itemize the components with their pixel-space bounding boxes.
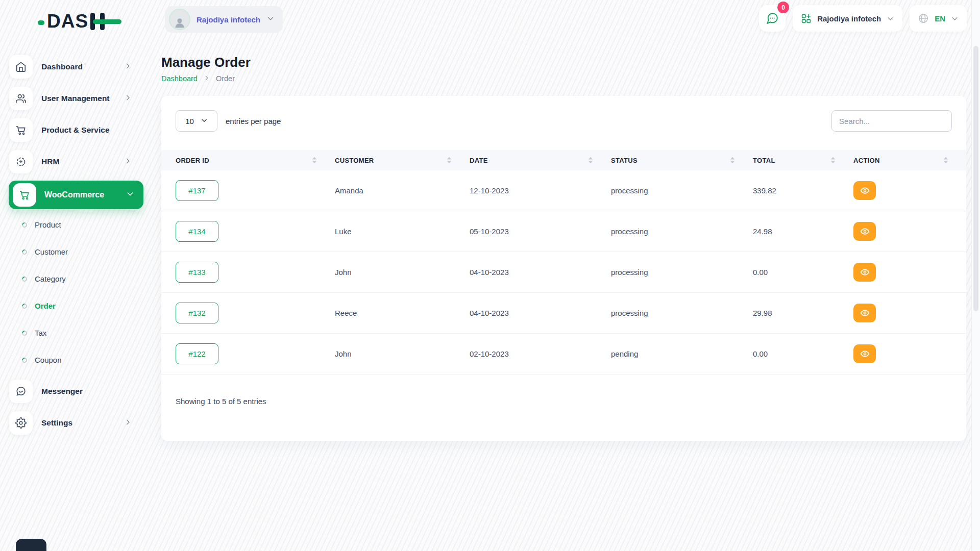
sidebar-item-settings[interactable]: Settings bbox=[0, 407, 145, 439]
sidebar-subitem-label: Customer bbox=[35, 247, 68, 256]
chevron-down-icon bbox=[126, 190, 134, 198]
total-cell: 0.00 bbox=[753, 349, 768, 358]
total-cell: 24.98 bbox=[753, 227, 772, 236]
sidebar-subitem-order[interactable]: Order bbox=[22, 292, 145, 319]
customer-cell: Reece bbox=[335, 309, 357, 317]
sidebar-item-woocommerce[interactable]: WooCommerce bbox=[9, 181, 143, 209]
view-order-button[interactable] bbox=[853, 344, 876, 363]
orders-card: 10 entries per page ORDER IDCUSTOMERDATE… bbox=[161, 96, 966, 441]
sidebar-item-messenger[interactable]: Messenger bbox=[0, 375, 145, 407]
sidebar-item-label: Product & Service bbox=[41, 126, 110, 135]
sidebar-subitem-label: Category bbox=[35, 274, 66, 283]
column-header-order-id[interactable]: ORDER ID bbox=[161, 150, 335, 170]
column-header-action[interactable]: ACTION bbox=[853, 150, 966, 170]
home-icon bbox=[9, 55, 33, 79]
eye-icon bbox=[860, 186, 870, 195]
breadcrumb-dashboard-link[interactable]: Dashboard bbox=[161, 74, 198, 83]
table-row: #132Reece04-10-2023processing29.98 bbox=[161, 293, 966, 334]
date-cell: 04-10-2023 bbox=[470, 309, 509, 317]
chevron-down-icon bbox=[201, 117, 208, 124]
sort-icon bbox=[589, 157, 593, 164]
sidebar-item-user-management[interactable]: User Management bbox=[0, 83, 145, 114]
chevron-right-icon bbox=[124, 418, 132, 426]
total-cell: 29.98 bbox=[753, 309, 772, 317]
sidebar-item-label: HRM bbox=[41, 157, 59, 166]
table-row: #137Amanda12-10-2023processing339.82 bbox=[161, 170, 966, 211]
sidebar-subitem-tax[interactable]: Tax bbox=[22, 319, 145, 346]
view-order-button[interactable] bbox=[853, 181, 876, 200]
date-cell: 05-10-2023 bbox=[470, 227, 509, 236]
order-id-badge[interactable]: #133 bbox=[176, 262, 218, 283]
floating-widget-button[interactable] bbox=[16, 539, 46, 551]
home-icon bbox=[15, 61, 27, 72]
column-header-status[interactable]: STATUS bbox=[611, 150, 753, 170]
eye-icon bbox=[860, 267, 870, 277]
total-cell: 0.00 bbox=[753, 268, 768, 277]
sort-icon bbox=[730, 157, 734, 164]
column-header-total[interactable]: TOTAL bbox=[753, 150, 853, 170]
chat-icon bbox=[15, 386, 27, 397]
column-header-label: TOTAL bbox=[753, 157, 775, 164]
sidebar-item-label: User Management bbox=[41, 94, 110, 103]
date-cell: 02-10-2023 bbox=[470, 349, 509, 358]
status-cell: pending bbox=[611, 349, 638, 358]
eye-icon bbox=[860, 349, 870, 359]
cart-icon bbox=[13, 183, 36, 207]
status-cell: processing bbox=[611, 309, 648, 317]
column-header-label: ACTION bbox=[853, 157, 880, 164]
chevron-down-icon bbox=[201, 117, 208, 126]
gear-icon bbox=[15, 417, 27, 429]
cart-icon bbox=[15, 124, 27, 136]
per-page-select[interactable]: 10 bbox=[176, 110, 217, 132]
main-content: Manage Order Dashboard Order 10 entries … bbox=[161, 0, 966, 441]
sidebar-item-label: Dashboard bbox=[41, 62, 83, 71]
view-order-button[interactable] bbox=[853, 222, 876, 241]
sidebar-item-label: Settings bbox=[41, 418, 72, 428]
scrollbar-track bbox=[971, 0, 980, 551]
order-id-badge[interactable]: #137 bbox=[176, 180, 218, 201]
scrollbar-thumb[interactable] bbox=[973, 46, 978, 311]
cart-icon bbox=[9, 118, 33, 142]
breadcrumb-current: Order bbox=[216, 74, 235, 83]
sidebar-subitem-product[interactable]: Product bbox=[22, 211, 145, 238]
view-order-button[interactable] bbox=[853, 304, 876, 322]
search-input[interactable] bbox=[831, 110, 952, 132]
chat-icon bbox=[9, 380, 33, 403]
sidebar: DashboardUser ManagementProduct & Servic… bbox=[0, 0, 145, 551]
sidebar-subitem-category[interactable]: Category bbox=[22, 265, 145, 292]
table-row: #133John04-10-2023processing0.00 bbox=[161, 252, 966, 293]
sidebar-item-hrm[interactable]: HRM bbox=[0, 146, 145, 178]
sidebar-item-dashboard[interactable]: Dashboard bbox=[0, 51, 145, 83]
view-order-button[interactable] bbox=[853, 263, 876, 282]
customer-cell: Amanda bbox=[335, 186, 363, 195]
column-header-label: ORDER ID bbox=[176, 157, 209, 164]
sidebar-subitem-label: Order bbox=[35, 302, 56, 310]
sidebar-item-product-service[interactable]: Product & Service bbox=[0, 114, 145, 146]
sidebar-subitem-customer[interactable]: Customer bbox=[22, 238, 145, 265]
sidebar-subitem-coupon[interactable]: Coupon bbox=[22, 346, 145, 373]
column-header-customer[interactable]: CUSTOMER bbox=[335, 150, 470, 170]
users-icon bbox=[15, 93, 27, 104]
date-cell: 04-10-2023 bbox=[470, 268, 509, 277]
sidebar-item-label: Messenger bbox=[41, 387, 83, 396]
users-icon bbox=[9, 87, 33, 110]
order-id-badge[interactable]: #134 bbox=[176, 221, 218, 242]
column-header-label: STATUS bbox=[611, 157, 638, 164]
chevron-down-icon bbox=[126, 190, 134, 200]
entries-summary: Showing 1 to 5 of 5 entries bbox=[161, 374, 966, 406]
column-header-date[interactable]: DATE bbox=[470, 150, 611, 170]
chevron-right-icon bbox=[204, 74, 210, 83]
sidebar-subitem-label: Product bbox=[35, 220, 61, 229]
sort-icon bbox=[944, 157, 948, 164]
hrm-icon bbox=[9, 150, 33, 173]
order-id-badge[interactable]: #122 bbox=[176, 343, 218, 364]
chevron-right-icon bbox=[124, 157, 132, 167]
per-page-label: entries per page bbox=[226, 117, 281, 126]
sort-icon bbox=[831, 157, 835, 164]
eye-icon bbox=[860, 227, 870, 236]
chevron-right-icon bbox=[124, 62, 132, 70]
chevron-right-icon bbox=[204, 75, 210, 81]
order-id-badge[interactable]: #132 bbox=[176, 303, 218, 323]
customer-cell: John bbox=[335, 349, 352, 358]
bullet-icon bbox=[21, 356, 28, 363]
